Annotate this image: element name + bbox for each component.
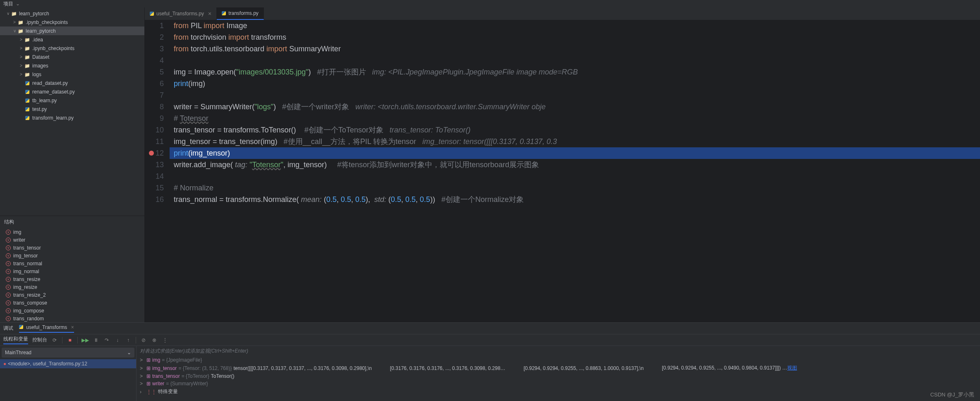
tree-item[interactable]: > images [0, 61, 144, 70]
code-line[interactable]: # Totensor [170, 113, 980, 124]
folder-icon [24, 37, 31, 43]
tree-item[interactable]: ∨ learn_pytorch [0, 9, 144, 18]
variable-icon: v [6, 245, 11, 250]
evaluate-icon[interactable]: ⊘ [140, 337, 147, 343]
tree-item[interactable]: read_dataset.py [0, 79, 144, 87]
stack-frame[interactable]: ● <module>, useful_Transforms.py:12 [0, 359, 136, 368]
tree-item[interactable]: > .idea [0, 35, 144, 44]
tree-arrow-icon[interactable]: > [18, 63, 24, 68]
watch-prompt[interactable]: 对表达式求值(Enter)或添加监视(Ctrl+Shift+Enter) [137, 346, 980, 356]
structure-item[interactable]: vwriter [0, 236, 144, 244]
tree-item[interactable]: transform_learn.py [0, 113, 144, 122]
tree-arrow-icon[interactable]: > [18, 72, 24, 77]
pause-icon[interactable]: ⏸ [93, 337, 99, 343]
code-line[interactable] [170, 89, 980, 101]
expand-icon[interactable]: > [140, 357, 145, 363]
console-tab[interactable]: 控制台 [32, 336, 47, 343]
tree-item[interactable]: > .ipynb_checkpoints [0, 18, 144, 26]
code-line[interactable] [170, 55, 980, 66]
variable-row[interactable]: > ⊞ writer = {SummaryWriter} [137, 380, 980, 387]
debug-tab-label[interactable]: 调试 [3, 325, 13, 332]
code-line[interactable]: writer = SummaryWriter("logs") #创建一个writ… [170, 101, 980, 113]
debug-tabs[interactable]: 调试 useful_Transforms × [0, 323, 980, 334]
editor-tab[interactable]: transforms.py [217, 7, 264, 20]
tree-arrow-icon[interactable]: ∨ [5, 11, 11, 16]
stop-icon[interactable]: ■ [67, 337, 73, 343]
tree-item[interactable]: test.py [0, 105, 144, 113]
structure-item[interactable]: vimg_tensor [0, 252, 144, 259]
variables-column[interactable]: 对表达式求值(Enter)或添加监视(Ctrl+Shift+Enter) > ⊞… [137, 346, 980, 401]
code-line[interactable]: from torchvision import transforms [170, 31, 980, 43]
structure-item[interactable]: vimg [0, 228, 144, 236]
threads-vars-tab[interactable]: 线程和变量 [3, 336, 28, 344]
tree-arrow-icon[interactable]: > [12, 20, 17, 24]
structure-item[interactable]: vtrans_compose [0, 299, 144, 307]
project-header[interactable]: 项目 ⌄ [0, 0, 980, 7]
mute-bp-icon[interactable]: ⊗ [151, 337, 158, 343]
code-area[interactable]: 12345678910111213141516 from PIL import … [145, 20, 980, 322]
code-line[interactable]: from PIL import Image [170, 20, 980, 31]
tree-item[interactable]: rename_dataset.py [0, 87, 144, 96]
structure-item[interactable]: vtrans_resize_2 [0, 291, 144, 299]
code-line[interactable]: writer.add_image( tag: "Totensor", img_t… [170, 159, 980, 170]
debug-body: MainThread ⌄ ● <module>, useful_Transfor… [0, 346, 980, 401]
tree-item[interactable]: ∨ learn_pytorch [0, 26, 144, 35]
structure-item[interactable]: vimg_normal [0, 267, 144, 275]
code-line[interactable]: print(img_tensor) [170, 147, 980, 159]
code-line[interactable]: trans_tensor = transforms.ToTensor() #创建… [170, 124, 980, 136]
debug-run-config[interactable]: useful_Transforms × [19, 324, 74, 333]
code-line[interactable]: print(img) [170, 78, 980, 89]
more-icon[interactable]: ⋮ [162, 337, 168, 343]
code-line[interactable]: img_tensor = trans_tensor(img) #使用__call… [170, 136, 980, 147]
resume-icon[interactable]: ▶▶ [82, 337, 89, 343]
structure-list[interactable]: vimgvwritervtrans_tensorvimg_tensorvtran… [0, 228, 144, 322]
thread-select[interactable]: MainThread ⌄ [2, 348, 134, 358]
tree-item[interactable]: > Dataset [0, 53, 144, 61]
expand-icon[interactable]: > [140, 373, 145, 379]
structure-item[interactable]: vtrans_random [0, 315, 144, 322]
close-icon[interactable]: × [208, 10, 211, 17]
folder-icon [24, 46, 31, 51]
code-body[interactable]: from PIL import Imagefrom torchvision im… [170, 20, 980, 322]
structure-item[interactable]: vtrans_resize [0, 275, 144, 283]
step-into-icon[interactable]: ↓ [114, 337, 121, 343]
tree-arrow-icon[interactable]: > [18, 55, 24, 59]
tab-bar[interactable]: useful_Transforms.py×transforms.py [145, 7, 980, 20]
variable-row[interactable]: > ⊞ img = {JpegImageFile} [137, 356, 980, 364]
view-link[interactable]: 视图 [787, 365, 797, 371]
frames-column[interactable]: MainThread ⌄ ● <module>, useful_Transfor… [0, 346, 137, 401]
structure-item[interactable]: vimg_compose [0, 307, 144, 315]
variable-row[interactable]: > ⊞ img_tensor = {Tensor: (3, 512, 768)}… [137, 364, 980, 372]
breakpoint-icon[interactable] [149, 151, 154, 156]
tree-arrow-icon[interactable]: ∨ [12, 29, 17, 33]
code-line[interactable] [170, 170, 980, 182]
tree-arrow-icon[interactable]: > [18, 46, 24, 50]
folder-icon [17, 19, 24, 25]
expand-icon[interactable]: > [140, 365, 145, 371]
debug-toolbar[interactable]: 线程和变量 控制台 ⟳ ■ ▶▶ ⏸ ↷ ↓ ↑ ⊘ ⊗ ⋮ [0, 334, 980, 346]
expand-icon[interactable]: > [140, 381, 145, 387]
editor-tab[interactable]: useful_Transforms.py× [145, 7, 217, 20]
code-line[interactable]: img = Image.open("images/0013035.jpg") #… [170, 66, 980, 78]
code-line[interactable]: trans_normal = transforms.Normalize( mea… [170, 194, 980, 205]
tree-item[interactable]: tb_learn.py [0, 96, 144, 105]
refresh-icon[interactable]: ⟳ [51, 337, 58, 343]
tree-item[interactable]: > logs [0, 70, 144, 79]
structure-item[interactable]: vimg_resize [0, 283, 144, 291]
tree-arrow-icon[interactable]: > [18, 37, 24, 42]
step-out-icon[interactable]: ↑ [125, 337, 132, 343]
special-vars[interactable]: › ⋮⋮ 特殊变量 [137, 387, 980, 396]
gutter[interactable]: 12345678910111213141516 [145, 20, 170, 322]
close-icon[interactable]: × [71, 324, 74, 330]
structure-item[interactable]: vtrans_normal [0, 259, 144, 267]
variable-icon: v [6, 277, 11, 282]
tree-item[interactable]: > .ipynb_checkpoints [0, 44, 144, 53]
code-line[interactable]: # Normalize [170, 182, 980, 194]
structure-item[interactable]: vtrans_tensor [0, 244, 144, 252]
step-over-icon[interactable]: ↷ [103, 337, 110, 343]
project-tree[interactable]: ∨ learn_pytorch > .ipynb_checkpoints ∨ l… [0, 7, 144, 216]
variable-row[interactable]: > ⊞ trans_tensor = {ToTensor} ToTensor() [137, 372, 980, 380]
folder-icon [24, 72, 31, 77]
frame-icon: ● [3, 361, 6, 367]
code-line[interactable]: from torch.utils.tensorboard import Summ… [170, 43, 980, 55]
